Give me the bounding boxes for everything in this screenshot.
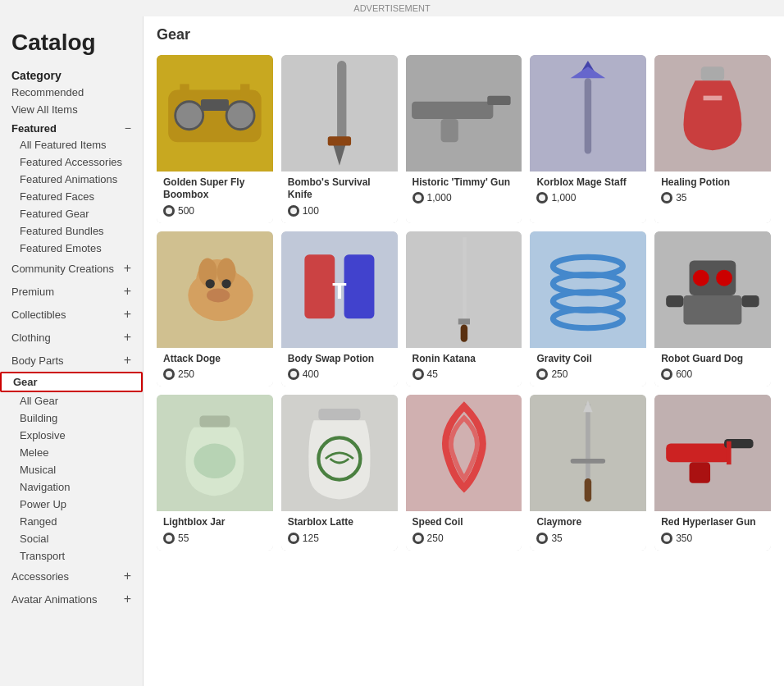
robux-icon xyxy=(661,368,672,380)
item-card[interactable]: Historic 'Timmy' Gun 1,000 xyxy=(406,55,522,223)
item-name: Korblox Mage Staff xyxy=(536,176,640,190)
item-name: Attack Doge xyxy=(163,353,267,366)
item-price: 250 xyxy=(163,368,267,380)
item-info: Historic 'Timmy' Gun 1,000 xyxy=(406,172,522,223)
item-thumbnail xyxy=(281,55,398,172)
sidebar-item-community-creations[interactable]: Community Creations + xyxy=(0,257,143,280)
item-thumbnail xyxy=(406,55,522,172)
svg-rect-35 xyxy=(463,237,466,324)
item-card[interactable]: Gravity Coil 250 xyxy=(530,231,646,386)
sidebar-item-all-featured[interactable]: All Featured Items xyxy=(0,136,143,153)
price-value: 35 xyxy=(676,192,686,204)
svg-rect-10 xyxy=(328,136,351,145)
sidebar-item-collectibles[interactable]: Collectibles + xyxy=(0,303,143,326)
svg-rect-47 xyxy=(684,295,742,324)
sidebar-item-view-all[interactable]: View All Items xyxy=(0,101,143,118)
item-card[interactable]: Healing Potion 35 xyxy=(654,55,771,223)
sidebar-item-body-parts[interactable]: Body Parts + xyxy=(0,349,143,372)
sidebar-item-featured-accessories[interactable]: Featured Accessories xyxy=(0,153,143,171)
community-creations-label: Community Creations xyxy=(11,263,114,275)
robux-icon xyxy=(661,533,672,544)
item-card[interactable]: Claymore 35 xyxy=(530,395,646,550)
robux-icon xyxy=(288,533,299,544)
svg-rect-58 xyxy=(586,405,590,480)
price-value: 250 xyxy=(427,533,444,544)
sidebar-item-featured-bundles[interactable]: Featured Bundles xyxy=(0,222,143,240)
item-info: Claymore 35 xyxy=(530,511,646,551)
collectibles-expand-icon: + xyxy=(124,307,131,322)
svg-rect-65 xyxy=(690,463,711,484)
item-name: Golden Super Fly Boombox xyxy=(163,176,267,202)
item-card[interactable]: Speed Coil 250 xyxy=(406,395,522,550)
sidebar-item-building[interactable]: Building xyxy=(0,409,143,427)
sidebar-item-featured-faces[interactable]: Featured Faces xyxy=(0,188,143,205)
price-value: 35 xyxy=(551,533,562,544)
item-card[interactable]: Bombo's Survival Knife 100 xyxy=(281,55,398,223)
item-card[interactable]: Robot Guard Dog 600 xyxy=(654,231,771,386)
item-name: Lightblox Jar xyxy=(163,516,267,529)
robux-icon xyxy=(163,533,175,544)
sidebar-item-featured-animations[interactable]: Featured Animations xyxy=(0,171,143,188)
item-card[interactable]: Korblox Mage Staff 1,000 xyxy=(530,55,646,223)
svg-rect-37 xyxy=(460,324,467,341)
sidebar-item-melee[interactable]: Melee xyxy=(0,444,143,461)
item-name: Historic 'Timmy' Gun xyxy=(413,176,516,190)
items-grid: Golden Super Fly Boombox 500 Bombo's Sur… xyxy=(157,55,771,551)
sidebar-item-social[interactable]: Social xyxy=(0,530,143,547)
item-thumbnail xyxy=(530,231,646,348)
premium-expand-icon: + xyxy=(124,284,131,299)
sidebar-item-featured-emotes[interactable]: Featured Emotes xyxy=(0,240,143,257)
item-card[interactable]: Attack Doge 250 xyxy=(157,231,273,386)
body-parts-label: Body Parts xyxy=(11,354,64,367)
svg-rect-63 xyxy=(666,444,730,463)
item-info: Speed Coil 250 xyxy=(406,511,522,551)
robux-icon xyxy=(413,368,424,380)
svg-point-3 xyxy=(226,102,254,130)
item-card[interactable]: Starblox Latte 125 xyxy=(281,395,398,550)
sidebar-item-avatar-animations[interactable]: Avatar Animations + xyxy=(0,588,143,611)
sidebar-item-accessories[interactable]: Accessories + xyxy=(0,565,143,588)
svg-rect-12 xyxy=(412,102,493,119)
collectibles-label: Collectibles xyxy=(11,309,66,321)
sidebar-item-musical[interactable]: Musical xyxy=(0,461,143,478)
sidebar-item-navigation[interactable]: Navigation xyxy=(0,478,143,496)
item-price: 250 xyxy=(536,368,640,380)
item-name: Gravity Coil xyxy=(536,353,640,366)
page-wrapper: ADVERTISEMENT Catalog Category Recommend… xyxy=(0,0,784,686)
svg-rect-4 xyxy=(201,99,229,111)
item-card[interactable]: Red Hyperlaser Gun 350 xyxy=(654,395,771,550)
sidebar-item-ranged[interactable]: Ranged xyxy=(0,513,143,530)
sidebar-item-power-up[interactable]: Power Up xyxy=(0,496,143,513)
sidebar-item-gear[interactable]: Gear xyxy=(0,372,143,392)
sidebar-item-transport[interactable]: Transport xyxy=(0,547,143,565)
item-thumbnail xyxy=(281,395,398,511)
community-creations-expand-icon: + xyxy=(124,261,131,276)
featured-collapse-button[interactable]: − xyxy=(125,121,131,135)
sidebar-item-explosive[interactable]: Explosive xyxy=(0,427,143,444)
item-price: 1,000 xyxy=(536,192,640,204)
item-card[interactable]: Golden Super Fly Boombox 500 xyxy=(157,55,273,223)
robux-icon xyxy=(288,205,299,217)
sidebar-item-premium[interactable]: Premium + xyxy=(0,280,143,303)
clothing-expand-icon: + xyxy=(124,330,131,345)
sidebar-item-all-gear[interactable]: All Gear xyxy=(0,392,143,409)
price-value: 100 xyxy=(303,205,319,217)
item-name: Healing Potion xyxy=(661,176,764,190)
item-price: 125 xyxy=(288,533,391,544)
item-card[interactable]: Lightblox Jar 55 xyxy=(157,395,273,550)
sidebar-item-clothing[interactable]: Clothing + xyxy=(0,326,143,349)
sidebar-item-recommended[interactable]: Recommended xyxy=(0,84,143,101)
item-card[interactable]: Ronin Katana 45 xyxy=(406,231,522,386)
main-content: Catalog Category Recommended View All It… xyxy=(0,16,784,686)
item-name: Speed Coil xyxy=(413,516,516,529)
svg-rect-59 xyxy=(571,459,606,464)
sidebar-item-featured-gear[interactable]: Featured Gear xyxy=(0,205,143,222)
svg-text:T: T xyxy=(332,277,347,304)
item-card[interactable]: T Body Swap Potion 400 xyxy=(281,231,398,386)
item-price: 1,000 xyxy=(413,192,516,204)
item-price: 400 xyxy=(288,368,391,380)
item-info: Korblox Mage Staff 1,000 xyxy=(530,172,646,223)
item-price: 350 xyxy=(661,533,764,544)
ad-banner: ADVERTISEMENT xyxy=(0,0,784,16)
robux-icon xyxy=(413,192,424,204)
